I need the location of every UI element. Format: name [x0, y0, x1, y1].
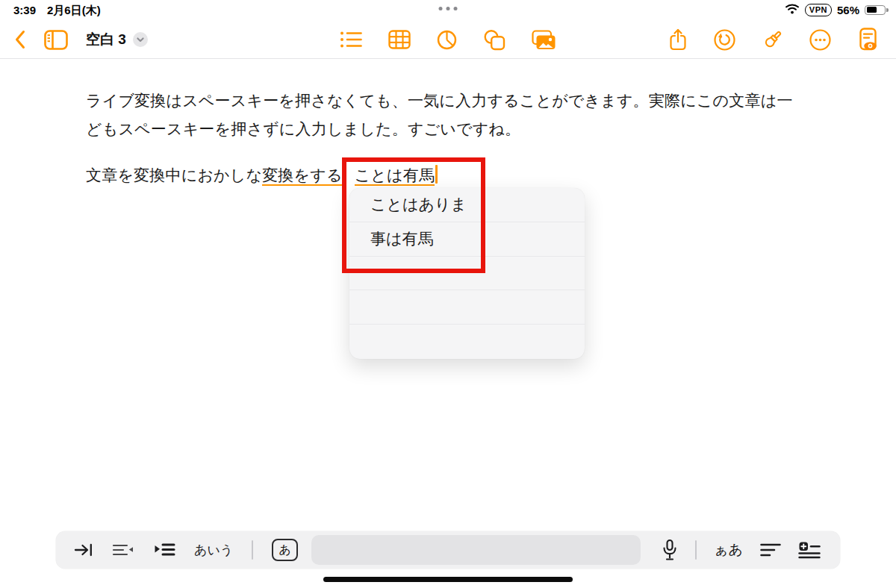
text-cursor [435, 165, 438, 184]
table-button[interactable] [388, 30, 411, 49]
status-time: 3:39 [13, 4, 36, 18]
note-title[interactable]: 空白 3 [86, 30, 148, 49]
inline-suggestion-field[interactable] [311, 535, 641, 565]
chart-button[interactable] [437, 30, 457, 50]
candidate-row[interactable]: 事は有馬 [349, 222, 585, 257]
paragraph2-plain-text: 文章を変換中におかしな [86, 166, 262, 184]
status-bar-right: VPN 56% [785, 3, 886, 16]
note-paragraph-2[interactable]: 文章を変換中におかしな変換をすることは有馬 [86, 161, 795, 190]
keyboard-accessory-bar: あいう あ ぁあ [56, 531, 840, 569]
photos-icon [532, 30, 556, 50]
sidebar-icon [44, 30, 68, 50]
indent-icon [153, 542, 175, 558]
status-bar-left: 3:39 2月6日(木) [13, 4, 101, 18]
brush-icon [761, 28, 784, 51]
shapes-icon [483, 29, 505, 51]
multitasking-dots-icon[interactable] [439, 7, 458, 10]
sidebar-toggle-button[interactable] [44, 30, 68, 50]
battery-percent: 56% [837, 4, 859, 16]
candidate-row[interactable] [349, 325, 585, 359]
share-icon [668, 28, 688, 51]
share-button[interactable] [668, 28, 688, 51]
wifi-icon [785, 3, 800, 16]
shapes-button[interactable] [483, 29, 505, 51]
title-menu-button[interactable] [133, 32, 148, 47]
text-size-button[interactable]: ぁあ [714, 540, 743, 560]
toolbar-separator [0, 58, 896, 59]
divider [252, 540, 253, 560]
outdent-button[interactable] [112, 542, 134, 557]
undo-icon [713, 28, 736, 51]
kana-mode-button[interactable]: あいう [194, 542, 233, 559]
outdent-icon [112, 542, 134, 557]
composing-segment: ことは有馬 [355, 166, 435, 186]
battery-icon [865, 5, 886, 15]
toolbar: 空白 3 [0, 21, 896, 58]
document-eye-icon [856, 28, 880, 52]
indent-button[interactable] [153, 542, 175, 558]
microphone-icon [662, 539, 678, 561]
photos-button[interactable] [532, 30, 556, 50]
input-mode-button[interactable]: あ [272, 539, 298, 561]
shortcuts-button[interactable] [798, 541, 821, 559]
pie-chart-icon [437, 30, 457, 50]
markup-button[interactable] [761, 28, 784, 51]
conversion-segment: 変換をする [262, 166, 342, 186]
candidate-row[interactable]: ことはありま [349, 188, 585, 222]
more-button[interactable] [809, 28, 832, 51]
candidate-row[interactable] [349, 257, 585, 291]
list-icon [340, 31, 362, 49]
text-lines-icon [760, 542, 781, 557]
status-date: 2月6日(木) [47, 4, 101, 18]
tab-arrow-icon [74, 542, 93, 558]
back-button[interactable] [13, 29, 26, 50]
ellipsis-circle-icon [809, 28, 832, 51]
tab-key-button[interactable] [74, 542, 93, 558]
formatting-button[interactable] [760, 542, 781, 557]
add-list-icon [798, 541, 821, 559]
dictation-button[interactable] [662, 539, 678, 561]
checklist-button[interactable] [340, 31, 362, 49]
note-title-label: 空白 3 [86, 30, 126, 49]
table-icon [388, 30, 411, 49]
note-paragraph-1[interactable]: ライブ変換はスペースキーを押さなくても、一気に入力することができます。実際にこの… [86, 87, 795, 143]
undo-button[interactable] [713, 28, 736, 51]
chevron-left-icon [13, 29, 26, 50]
note-view-button[interactable] [856, 28, 880, 52]
candidate-row[interactable] [349, 290, 585, 325]
divider [695, 540, 697, 560]
conversion-candidate-popup: ことはありま 事は有馬 [349, 188, 585, 359]
vpn-badge: VPN [805, 4, 832, 16]
home-indicator[interactable] [323, 577, 573, 582]
notes-app-screen: 3:39 2月6日(木) VPN 56% [0, 0, 896, 588]
chevron-down-icon [133, 32, 148, 47]
